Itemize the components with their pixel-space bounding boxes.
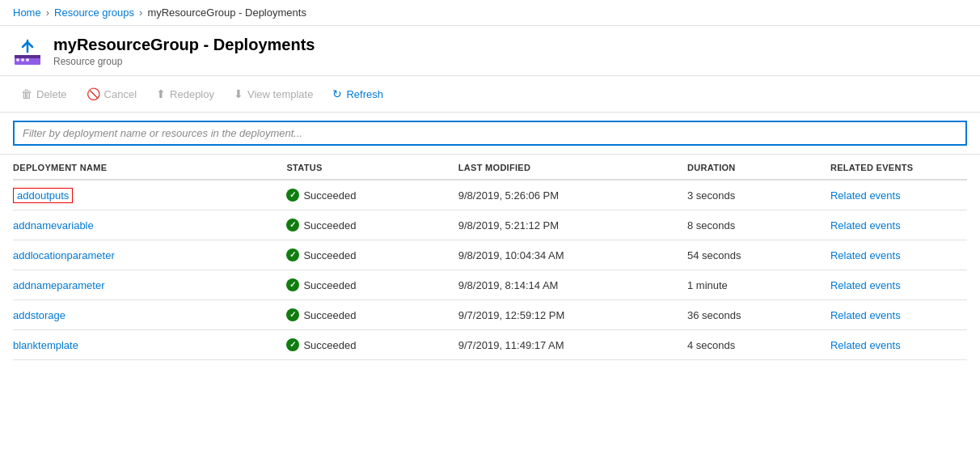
deployment-link-addnamevariable[interactable]: addnamevariable [13,219,94,232]
succeeded-icon [286,308,299,321]
col-header-related-events: Related Events [824,155,967,180]
duration-cell: 1 minute [681,270,824,300]
cancel-button[interactable]: 🚫 Cancel [78,83,145,105]
status-text: Succeeded [303,249,356,261]
col-header-deployment-name: Deployment Name [13,155,280,180]
breadcrumb-home[interactable]: Home [13,6,41,19]
svg-point-3 [21,58,24,62]
related-events-link-addnameparameter[interactable]: Related events [830,279,901,291]
deployment-link-blanktemplate[interactable]: blanktemplate [13,339,78,351]
succeeded-icon [286,219,299,232]
deployment-link-addnameparameter[interactable]: addnameparameter [13,279,104,291]
svg-point-4 [26,58,29,62]
duration-cell: 8 seconds [681,210,824,240]
breadcrumb-current: myResourceGroup - Deployments [147,6,306,19]
status-cell: Succeeded [286,338,445,351]
status-text: Succeeded [303,189,356,202]
header-text: myResourceGroup - Deployments Resource g… [53,36,315,67]
last-modified-cell: 9/8/2019, 8:14:14 AM [452,270,681,300]
deployments-table: Deployment Name Status Last Modified Dur… [13,155,967,360]
svg-point-2 [16,58,19,62]
table-row: addoutputsSucceeded9/8/2019, 5:26:06 PM3… [13,180,967,210]
related-events-link-blanktemplate[interactable]: Related events [830,339,901,351]
status-text: Succeeded [303,309,356,321]
duration-cell: 3 seconds [681,180,824,210]
page-subtitle: Resource group [53,56,315,67]
table-header-row: Deployment Name Status Last Modified Dur… [13,155,967,180]
table-row: addnamevariableSucceeded9/8/2019, 5:21:1… [13,210,967,240]
svg-rect-1 [15,55,40,58]
status-cell: Succeeded [286,219,445,232]
delete-button[interactable]: 🗑 Delete [13,83,75,105]
view-template-icon: ⬇ [234,87,243,100]
deployments-table-container: Deployment Name Status Last Modified Dur… [0,155,980,360]
breadcrumb: Home › Resource groups › myResourceGroup… [0,0,980,26]
deployment-link-addlocationparameter[interactable]: addlocationparameter [13,249,115,261]
related-events-link-addstorage[interactable]: Related events [830,309,901,321]
redeploy-button[interactable]: ⬆ Redeploy [148,83,222,105]
delete-icon: 🗑 [21,87,32,100]
succeeded-icon [286,278,299,291]
status-text: Succeeded [303,339,356,351]
page-header: myResourceGroup - Deployments Resource g… [0,26,980,76]
col-header-status: Status [280,155,451,180]
succeeded-icon [286,189,299,202]
status-cell: Succeeded [286,278,445,291]
related-events-link-addnamevariable[interactable]: Related events [830,219,901,232]
succeeded-icon [286,338,299,351]
breadcrumb-resource-groups[interactable]: Resource groups [54,6,134,19]
refresh-icon: ↻ [332,87,342,100]
duration-cell: 4 seconds [681,330,824,360]
table-row: addnameparameterSucceeded9/8/2019, 8:14:… [13,270,967,300]
table-row: blanktemplateSucceeded9/7/2019, 11:49:17… [13,330,967,360]
table-row: addstorageSucceeded9/7/2019, 12:59:12 PM… [13,300,967,330]
duration-cell: 54 seconds [681,240,824,270]
col-header-last-modified: Last Modified [452,155,681,180]
succeeded-icon [286,248,299,261]
related-events-link-addoutputs[interactable]: Related events [830,189,901,202]
status-text: Succeeded [303,279,356,291]
last-modified-cell: 9/8/2019, 5:26:06 PM [452,180,681,210]
filter-input[interactable] [13,121,967,146]
resource-group-icon [13,37,42,66]
last-modified-cell: 9/7/2019, 12:59:12 PM [452,300,681,330]
last-modified-cell: 9/8/2019, 10:04:34 AM [452,240,681,270]
col-header-duration: Duration [681,155,824,180]
last-modified-cell: 9/8/2019, 5:21:12 PM [452,210,681,240]
duration-cell: 36 seconds [681,300,824,330]
deployment-link-addstorage[interactable]: addstorage [13,309,65,321]
deployment-link-addoutputs[interactable]: addoutputs [13,188,73,203]
filter-bar [0,113,980,155]
related-events-link-addlocationparameter[interactable]: Related events [830,249,901,261]
view-template-button[interactable]: ⬇ View template [226,83,321,105]
status-cell: Succeeded [286,308,445,321]
table-row: addlocationparameterSucceeded9/8/2019, 1… [13,240,967,270]
cancel-icon: 🚫 [87,87,100,100]
page-title: myResourceGroup - Deployments [53,36,315,54]
status-cell: Succeeded [286,248,445,261]
redeploy-icon: ⬆ [156,87,166,100]
refresh-button[interactable]: ↻ Refresh [324,83,391,105]
last-modified-cell: 9/7/2019, 11:49:17 AM [452,330,681,360]
status-cell: Succeeded [286,189,445,202]
toolbar: 🗑 Delete 🚫 Cancel ⬆ Redeploy ⬇ View temp… [0,76,980,113]
status-text: Succeeded [303,219,356,232]
